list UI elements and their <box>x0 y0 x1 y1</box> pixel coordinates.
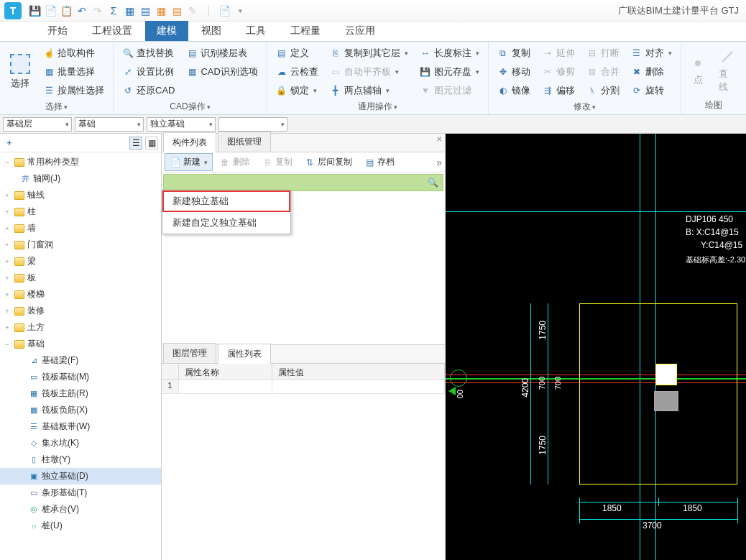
view-list-icon[interactable]: ☰ <box>129 137 142 150</box>
tree-item[interactable]: ▩筏板负筋(X) <box>0 402 161 418</box>
tab-layer-manage[interactable]: 图层管理 <box>163 343 216 363</box>
sigma-icon[interactable]: Σ <box>108 5 119 17</box>
tab-modeling[interactable]: 建模 <box>145 21 188 41</box>
expand-icon[interactable]: + <box>3 274 11 283</box>
tab-property-list[interactable]: 属性列表 <box>218 344 271 364</box>
search-icon[interactable]: 🔍 <box>428 178 438 188</box>
set-scale-button[interactable]: ⤢设置比例 <box>118 63 179 81</box>
group-label-select[interactable]: 选择 <box>4 99 109 114</box>
tree-axis-grid[interactable]: 井轴网(J) <box>0 170 161 187</box>
two-point-axis-button[interactable]: ╋两点辅轴 <box>326 82 413 99</box>
expand-icon[interactable]: + <box>3 290 11 299</box>
newdoc-icon[interactable]: 📄 <box>218 5 230 17</box>
tree-item[interactable]: ▭条形基础(T) <box>0 485 161 501</box>
tree-folder[interactable]: +轴线 <box>0 187 161 203</box>
property-row[interactable]: 1 <box>162 380 445 394</box>
delete-button[interactable]: ✖删除 <box>627 63 676 81</box>
name-combo[interactable] <box>218 117 287 132</box>
expand-icon[interactable]: + <box>3 224 11 233</box>
tree-item[interactable]: ○桩(U) <box>0 518 161 534</box>
tab-quantity[interactable]: 工程量 <box>279 21 332 41</box>
dash-icon[interactable]: ┊ <box>203 5 214 17</box>
collapse-icon[interactable]: − <box>3 340 11 349</box>
offset-button[interactable]: ⇶偏移 <box>538 82 579 99</box>
tree-item[interactable]: ▭筏板基础(M) <box>0 369 161 385</box>
tree-folder[interactable]: +板 <box>0 270 161 286</box>
tree-item[interactable]: ▦筏板主筋(R) <box>0 385 161 402</box>
line-button[interactable]: 直线 <box>713 45 742 98</box>
save-icon[interactable]: 💾 <box>29 5 40 17</box>
undo-icon[interactable]: ↶ <box>76 5 88 17</box>
tab-cloud[interactable]: 云应用 <box>333 21 387 41</box>
tree-item[interactable]: ⊿基础梁(F) <box>0 352 161 369</box>
identify-floor-button[interactable]: ▤识别楼层表 <box>182 45 262 62</box>
split-button[interactable]: ⑊分割 <box>582 82 624 99</box>
auto-align-button[interactable]: ▭自动平齐板 <box>326 63 413 81</box>
floor-combo[interactable]: 基础层 <box>3 117 72 132</box>
expand-icon[interactable]: + <box>3 208 11 216</box>
break-button[interactable]: ⊟打断 <box>582 45 624 62</box>
more-icon[interactable]: » <box>436 157 442 168</box>
grid3-icon[interactable]: ▦ <box>155 5 167 17</box>
tab-drawing-manage[interactable]: 图纸管理 <box>218 132 271 152</box>
group-label-cad[interactable]: CAD操作 <box>118 99 262 114</box>
group-label-modify[interactable]: 修改 <box>493 99 676 114</box>
tree-item[interactable]: ▣独立基础(D) <box>0 468 161 485</box>
tab-start[interactable]: 开始 <box>36 21 79 41</box>
mirror-button[interactable]: ◐镜像 <box>493 82 535 99</box>
dd-new-custom-footing[interactable]: 新建自定义独立基础 <box>162 212 290 234</box>
collapse-icon[interactable]: − <box>3 158 11 167</box>
archive-button[interactable]: ▤存档 <box>359 153 400 171</box>
point-button[interactable]: 点 <box>686 45 710 98</box>
tab-tools[interactable]: 工具 <box>234 21 277 41</box>
merge-button[interactable]: ⊞合并 <box>582 63 624 81</box>
tree-folder[interactable]: +楼梯 <box>0 286 161 303</box>
category-combo[interactable]: 基础 <box>75 117 144 132</box>
tree-base[interactable]: −基础 <box>0 336 161 352</box>
view-grid-icon[interactable]: ▦ <box>145 137 158 150</box>
length-dim-button[interactable]: ↔长度标注 <box>415 45 484 62</box>
component-tree[interactable]: −常用构件类型 井轴网(J) +轴线+柱+墙+门窗洞+梁+板+楼梯+装修+土方 … <box>0 152 161 560</box>
type-combo[interactable]: 独立基础 <box>147 117 216 132</box>
batch-select-button[interactable]: ▦批量选择 <box>39 63 109 81</box>
tree-folder[interactable]: +装修 <box>0 303 161 319</box>
rotate-button[interactable]: ⟳旋转 <box>627 82 676 99</box>
grid4-icon[interactable]: ▤ <box>171 5 183 17</box>
new-button[interactable]: 📄新建▾ <box>165 153 213 171</box>
tree-folder[interactable]: +土方 <box>0 319 161 336</box>
select-button[interactable]: 选择 <box>4 45 36 99</box>
expand-icon[interactable]: + <box>3 241 11 249</box>
define-button[interactable]: ▤定义 <box>272 45 323 62</box>
cad-options-button[interactable]: ▦CAD识别选项 <box>182 63 262 81</box>
dd-new-isolated-footing[interactable]: 新建独立基础 <box>162 191 290 212</box>
copy-comp-button[interactable]: ⎘复制 <box>257 153 298 171</box>
copy-icon[interactable]: 📄 <box>45 5 56 17</box>
delete-comp-button[interactable]: 🗑删除 <box>214 153 255 171</box>
expand-icon[interactable]: + <box>3 191 11 200</box>
tab-component-list[interactable]: 构件列表 <box>163 132 216 152</box>
expand-icon[interactable]: + <box>3 323 11 332</box>
prop-value-cell[interactable] <box>272 380 445 394</box>
component-search[interactable]: 🔍 <box>163 174 443 191</box>
restore-cad-button[interactable]: ↺还原CAD <box>118 82 179 99</box>
tree-folder[interactable]: +墙 <box>0 220 161 237</box>
tree-item[interactable]: ☰基础板带(W) <box>0 418 161 435</box>
move-button[interactable]: ✥移动 <box>493 63 535 81</box>
add-tool-icon[interactable]: + <box>3 137 16 150</box>
grid2-icon[interactable]: ▤ <box>139 5 151 17</box>
save-elem-button[interactable]: 💾图元存盘 <box>415 63 484 81</box>
lock-button[interactable]: 🔒锁定 <box>272 82 323 99</box>
find-replace-button[interactable]: 🔍查找替换 <box>118 45 179 62</box>
tree-folder[interactable]: +梁 <box>0 253 161 270</box>
tab-project-settings[interactable]: 工程设置 <box>80 21 144 41</box>
extend-button[interactable]: ⇢延伸 <box>538 45 579 62</box>
tree-folder[interactable]: +门窗洞 <box>0 237 161 253</box>
cloud-check-button[interactable]: ☁云检查 <box>272 63 323 81</box>
expand-icon[interactable]: + <box>3 307 11 316</box>
pencil-icon[interactable]: ✎ <box>187 5 198 17</box>
expand-icon[interactable]: + <box>3 257 11 266</box>
tree-item[interactable]: ◇集水坑(K) <box>0 435 161 451</box>
copy-to-layer-button[interactable]: ⎘复制到其它层 <box>326 45 413 62</box>
tree-item[interactable]: ◎桩承台(V) <box>0 501 161 518</box>
paste-icon[interactable]: 📋 <box>60 5 72 17</box>
